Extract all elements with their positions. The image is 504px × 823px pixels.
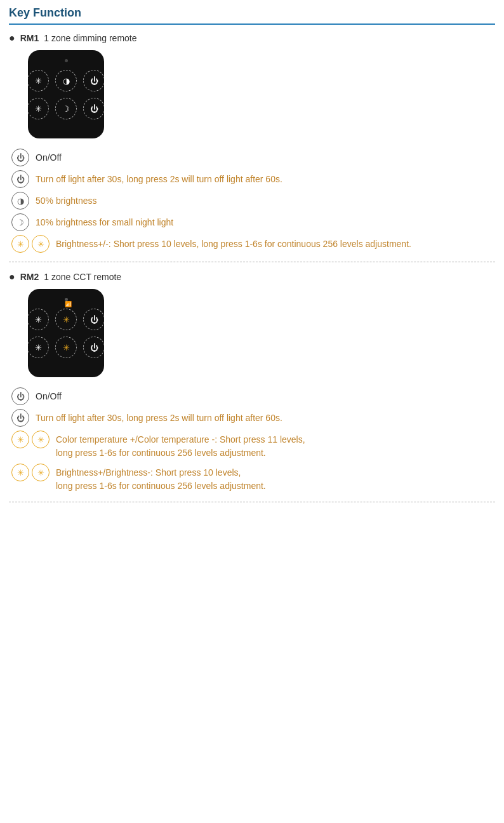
rm2-cct-icon-pair: ✳ ✳ bbox=[11, 431, 50, 448]
rm2-remote-wrap: 📶 ✳ ✳ ⏻ ✳ ✳ bbox=[28, 289, 495, 377]
rm1-brightness-minus-icon: ✳ bbox=[32, 235, 50, 253]
page-title: Key Function bbox=[9, 6, 495, 25]
rm2-btn-sun3: ✳ bbox=[27, 337, 49, 358]
rm1-power2-icon: ⏻ bbox=[90, 104, 98, 114]
divider2 bbox=[9, 502, 495, 502]
rm1-indicator bbox=[65, 59, 68, 62]
rm1-btn-half-moon: ◑ bbox=[55, 70, 77, 91]
rm1-brightness-plus-icon: ✳ bbox=[11, 235, 29, 253]
rm2-brightness-minus-icon: ✳ bbox=[32, 464, 50, 481]
rm1-feature-10pct: ☽ 10% brightness for small night light bbox=[9, 213, 495, 231]
rm2-btn-sun1: ✳ bbox=[27, 309, 49, 330]
rm1-50pct-text: 50% brightness bbox=[36, 192, 97, 208]
rm1-bullet: ● bbox=[9, 32, 15, 44]
rm2-cct-minus-icon: ✳ bbox=[32, 431, 50, 448]
rm2-desc: 1 zone CCT remote bbox=[44, 272, 121, 282]
rm1-onoff-text: On/Off bbox=[36, 149, 62, 164]
rm2-onoff-icon: ⏻ bbox=[11, 387, 29, 405]
rm2-btn-power2: ⏻ bbox=[83, 337, 105, 358]
rm2-power2-icon: ⏻ bbox=[90, 343, 98, 352]
rm2-remote: 📶 ✳ ✳ ⏻ ✳ ✳ bbox=[28, 289, 104, 377]
rm1-nightmoon-icon: ☽ bbox=[62, 104, 70, 114]
rm1-halfmoon-desc-char: ◑ bbox=[17, 196, 24, 206]
rm1-feature-timer: ⏻ Turn off light after 30s, long press 2… bbox=[9, 170, 495, 188]
rm1-feature-brightness: ✳ ✳ Brightness+/-: Short press 10 levels… bbox=[9, 235, 495, 253]
rm1-brightness-minus-char: ✳ bbox=[37, 239, 44, 249]
rm1-night-desc-icon: ☽ bbox=[11, 213, 29, 231]
rm2-sun1-icon: ✳ bbox=[35, 315, 42, 325]
rm2-btn-power1: ⏻ bbox=[83, 309, 105, 330]
rm1-remote-wrap: ✳ ◑ ⏻ ✳ ☽ ⏻ bbox=[28, 50, 495, 138]
rm2-feature-timer: ⏻ Turn off light after 30s, long press 2… bbox=[9, 409, 495, 427]
rm2-timer-text: Turn off light after 30s, long press 2s … bbox=[36, 409, 282, 425]
rm2-bullet: ● bbox=[9, 271, 15, 283]
rm2-feature-brightness: ✳ ✳ Brightness+/Brightness-: Short press… bbox=[9, 464, 495, 493]
rm1-sundim-icon: ✳ bbox=[35, 104, 42, 114]
rm1-btn-power2: ⏻ bbox=[83, 98, 105, 119]
rm2-onoff-text: On/Off bbox=[36, 387, 62, 403]
rm1-label: RM1 bbox=[20, 33, 39, 43]
rm1-brightness-icon-pair: ✳ ✳ bbox=[11, 235, 50, 253]
rm2-btn-sun2: ✳ bbox=[55, 309, 77, 330]
rm2-onoff-icon-char: ⏻ bbox=[17, 392, 25, 401]
rm1-night-desc-char: ☽ bbox=[17, 218, 24, 227]
rm1-brightness-plus-char: ✳ bbox=[17, 239, 24, 249]
rm2-brightness-plus-char: ✳ bbox=[17, 468, 24, 478]
rm1-onoff-icon: ⏻ bbox=[11, 149, 29, 166]
rm2-row1: ✳ ✳ ⏻ bbox=[27, 309, 105, 330]
rm2-brightness-text: Brightness+/Brightness-: Short press 10 … bbox=[56, 464, 266, 493]
rm2-sun4-icon: ✳ bbox=[63, 343, 70, 352]
rm1-halfmoon-icon: ◑ bbox=[63, 76, 70, 86]
rm2-cct-minus-char: ✳ bbox=[37, 435, 44, 445]
rm1-btn-power1: ⏻ bbox=[83, 70, 105, 91]
rm2-label: RM2 bbox=[20, 272, 39, 282]
rm2-cct-plus-icon: ✳ bbox=[11, 431, 29, 448]
rm1-row2: ✳ ☽ ⏻ bbox=[27, 98, 105, 119]
rm1-remote: ✳ ◑ ⏻ ✳ ☽ ⏻ bbox=[28, 50, 104, 138]
rm2-timer-icon: ⏻ bbox=[11, 409, 29, 427]
rm2-brightness-plus-icon: ✳ bbox=[11, 464, 29, 481]
rm2-power1-icon: ⏻ bbox=[90, 315, 98, 325]
rm1-header: ● RM1 1 zone dimming remote bbox=[9, 32, 495, 44]
rm2-indicator: 📶 bbox=[65, 298, 68, 301]
rm2-cct-plus-char: ✳ bbox=[17, 435, 24, 445]
rm2-feature-onoff: ⏻ On/Off bbox=[9, 387, 495, 405]
rm2-sun3-icon: ✳ bbox=[35, 343, 42, 352]
rm2-btn-sun4: ✳ bbox=[55, 337, 77, 358]
rm1-row1: ✳ ◑ ⏻ bbox=[27, 70, 105, 91]
rm1-btn-sun-dim: ✳ bbox=[27, 98, 49, 119]
divider1 bbox=[9, 262, 495, 262]
rm1-btn-night-moon: ☽ bbox=[55, 98, 77, 119]
rm2-section: ● RM2 1 zone CCT remote 📶 ✳ ✳ ⏻ bbox=[9, 271, 495, 493]
rm2-brightness-icon-pair: ✳ ✳ bbox=[11, 464, 50, 481]
rm1-feature-50pct: ◑ 50% brightness bbox=[9, 192, 495, 210]
rm1-power1-icon: ⏻ bbox=[90, 76, 98, 86]
rm1-brightness-text: Brightness+/-: Short press 10 levels, lo… bbox=[56, 235, 411, 251]
rm1-timer-text: Turn off light after 30s, long press 2s … bbox=[36, 170, 282, 186]
rm1-feature-onoff: ⏻ On/Off bbox=[9, 149, 495, 166]
rm1-halfmoon-desc-icon: ◑ bbox=[11, 192, 29, 210]
rm2-cct-text: Color temperature +/Color temperature -:… bbox=[56, 431, 305, 460]
rm1-timer-icon-char: ⏻ bbox=[17, 175, 25, 184]
rm2-header: ● RM2 1 zone CCT remote bbox=[9, 271, 495, 283]
rm2-sun2-icon: ✳ bbox=[63, 315, 70, 325]
rm1-timer-icon: ⏻ bbox=[11, 170, 29, 188]
rm1-desc: 1 zone dimming remote bbox=[44, 33, 136, 43]
rm2-row2: ✳ ✳ ⏻ bbox=[27, 337, 105, 358]
rm2-timer-icon-char: ⏻ bbox=[17, 413, 25, 423]
rm2-brightness-minus-char: ✳ bbox=[37, 468, 44, 478]
rm1-sun-icon: ✳ bbox=[35, 76, 42, 86]
rm1-btn-sun-bright: ✳ bbox=[27, 70, 49, 91]
rm2-feature-cct: ✳ ✳ Color temperature +/Color temperatur… bbox=[9, 431, 495, 460]
rm1-section: ● RM1 1 zone dimming remote ✳ ◑ ⏻ ✳ bbox=[9, 32, 495, 253]
rm1-10pct-text: 10% brightness for small night light bbox=[36, 213, 173, 229]
rm1-onoff-icon-char: ⏻ bbox=[17, 153, 25, 163]
